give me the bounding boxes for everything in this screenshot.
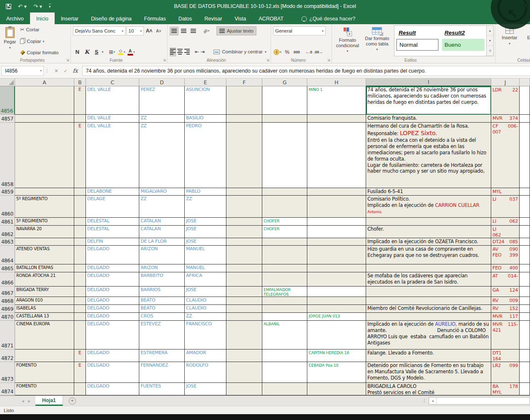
row-header-4856[interactable]: 4856 <box>0 86 15 115</box>
cell-H4872[interactable]: CAPITAN HEREDIA 16 <box>307 350 366 362</box>
increase-decimal-button[interactable]: ←.0 <box>304 48 313 56</box>
row-header-4866[interactable]: 4866 <box>0 272 15 287</box>
cell-I4856[interactable]: 74 años, detenida el 26 noviembre 36 por… <box>366 86 491 115</box>
cell-partial-4862[interactable] <box>520 226 530 238</box>
cell-J4861[interactable]: LI062 <box>491 218 520 226</box>
cell-E4862[interactable]: JOSE <box>185 226 226 238</box>
cell-F4867[interactable] <box>226 287 262 297</box>
row-header-4867[interactable]: 4867 <box>0 287 15 297</box>
increase-indent-button[interactable]: ⇥ <box>200 48 205 56</box>
cell-G4862[interactable]: CHOFER <box>262 226 307 238</box>
column-header-partial[interactable] <box>520 78 530 86</box>
row-header-4857[interactable]: 4857 <box>0 115 15 123</box>
cell-I4869[interactable]: Miembro del Comité Revolucionario de Can… <box>366 305 491 313</box>
cell-J4857[interactable]: MVR374 <box>491 115 520 123</box>
ribbon-tab-acrobat[interactable]: ACROBAT <box>252 13 290 24</box>
cell-partial-4866[interactable] <box>520 272 530 287</box>
cell-partial-4870[interactable] <box>520 313 530 321</box>
formula-input[interactable]: 74 años, detenida el 26 noviembre 36 por… <box>82 66 530 76</box>
cell-B4869[interactable] <box>74 305 86 313</box>
select-all-corner[interactable] <box>0 78 15 86</box>
horizontal-scrollbar[interactable]: ◂ <box>429 397 530 405</box>
cell-D4872[interactable]: ESTREMERA <box>139 350 185 362</box>
cell-I4857[interactable]: Comisario franquista. <box>366 115 491 123</box>
cell-C4871[interactable]: DELGADO <box>86 321 139 350</box>
cell-E4869[interactable]: CLAUDIO <box>185 305 226 313</box>
align-left-button[interactable] <box>170 48 176 56</box>
cell-E4859[interactable]: PABLO <box>185 188 226 196</box>
cut-button[interactable]: ✂Cortar <box>18 26 60 33</box>
row-header-4858[interactable]: 4858 <box>0 123 15 188</box>
cell-C4859[interactable]: DELABONE <box>86 188 139 196</box>
cell-A4872[interactable] <box>15 350 74 362</box>
row-header-4870[interactable]: 4870 <box>0 313 15 321</box>
cell-A4858[interactable] <box>15 123 74 188</box>
cell-I4872[interactable]: Falange. Llevado a Fomento. <box>366 350 491 362</box>
cell-partial-4859[interactable] <box>520 188 530 196</box>
cell-H4859[interactable] <box>307 188 366 196</box>
underline-button[interactable]: S <box>92 48 101 56</box>
cell-H4862[interactable] <box>307 226 366 238</box>
cell-A4869[interactable]: ISABELAS <box>15 305 74 313</box>
conditional-formatting-button[interactable]: ≠ Formato condicional ▾ <box>333 25 362 56</box>
cell-H4874[interactable] <box>307 383 366 395</box>
cell-J4871[interactable]: MVR115-421 <box>491 321 520 350</box>
cell-E4874[interactable]: JOSE <box>185 383 226 395</box>
cell-B4865[interactable] <box>74 264 86 272</box>
cell-C4858[interactable]: DEL VALLE <box>86 123 139 188</box>
cell-H4857[interactable] <box>307 115 366 123</box>
column-header-F[interactable]: F <box>226 78 262 86</box>
cell-style-normal[interactable]: Normal <box>396 39 439 51</box>
cell-partial-4868[interactable] <box>520 297 530 305</box>
sheet-next-icon[interactable]: ▸ <box>28 398 31 404</box>
cell-G4858[interactable] <box>262 123 307 188</box>
cell-C4860[interactable]: DELAGE <box>86 196 139 218</box>
cell-D4867[interactable]: BARRIOS <box>139 287 185 297</box>
cell-A4860[interactable]: 5º REGIMIENTO <box>15 196 74 218</box>
cell-D4871[interactable]: ESTEVEZ <box>139 321 185 350</box>
cell-style-result[interactable]: Result <box>396 27 439 39</box>
borders-button[interactable]: ⊞▾ <box>108 48 116 56</box>
cell-C4870[interactable]: DELGADO <box>86 313 139 321</box>
dialog-launcher-icon[interactable]: ⇲ <box>327 58 330 62</box>
cell-B4856[interactable]: E <box>74 86 86 115</box>
cell-B4870[interactable] <box>74 313 86 321</box>
cell-D4864[interactable]: ARIZON <box>139 246 185 264</box>
cell-partial-4863[interactable] <box>520 238 530 246</box>
cell-F4856[interactable] <box>226 86 262 115</box>
cell-I4873[interactable]: Detenido por milicianos de Fomento en su… <box>366 362 491 383</box>
column-header-G[interactable]: G <box>262 78 307 86</box>
cell-G4859[interactable] <box>262 188 307 196</box>
cell-B4873[interactable]: E <box>74 362 86 383</box>
cell-partial-4864[interactable] <box>520 246 530 264</box>
tab-bar-resize-handle[interactable]: ⁞ <box>424 398 425 403</box>
align-middle-button[interactable] <box>179 27 188 35</box>
ribbon-tab-archivo[interactable]: Archivo <box>0 13 30 24</box>
comma-style-button[interactable]: 000 <box>292 48 301 56</box>
cell-H4869[interactable] <box>307 305 366 313</box>
ribbon-tab-vista[interactable]: Vista <box>229 13 253 24</box>
gallery-more-icon[interactable]: ⊽ <box>487 46 493 56</box>
cell-G4870[interactable] <box>262 313 307 321</box>
cell-C4867[interactable]: DELGADO <box>86 287 139 297</box>
cell-D4862[interactable]: CATALAN <box>139 226 185 238</box>
cancel-entry-icon[interactable]: ✕ <box>54 68 58 74</box>
cell-E4872[interactable]: AMADOR <box>185 350 226 362</box>
cell-I4865[interactable] <box>366 264 491 272</box>
cell-A4873[interactable]: FOMENTO <box>15 362 74 383</box>
sheet-tab-hoja1[interactable]: Hoja1 <box>35 396 63 406</box>
cell-G4865[interactable] <box>262 264 307 272</box>
cell-G4864[interactable] <box>262 246 307 264</box>
cell-partial-4873[interactable] <box>520 362 530 383</box>
cell-I4866[interactable]: Se mofaba de los cadáveres que aparecían… <box>366 272 491 287</box>
row-header-4862[interactable]: 4862 <box>0 226 15 238</box>
paste-button[interactable]: Pegar ▾ <box>1 25 18 56</box>
cell-I4861[interactable] <box>366 218 491 226</box>
cell-D4866[interactable]: BARBEITO <box>139 272 185 287</box>
cell-E4856[interactable]: ASUNCION <box>185 86 226 115</box>
merge-center-button[interactable]: Combinar y centrar▾ <box>211 47 269 56</box>
ribbon-tab-inicio[interactable]: Inicio <box>30 13 55 24</box>
cell-G4873[interactable] <box>262 362 307 383</box>
cell-B4857[interactable] <box>74 115 86 123</box>
cell-J4873[interactable]: LR2099 <box>491 362 520 383</box>
